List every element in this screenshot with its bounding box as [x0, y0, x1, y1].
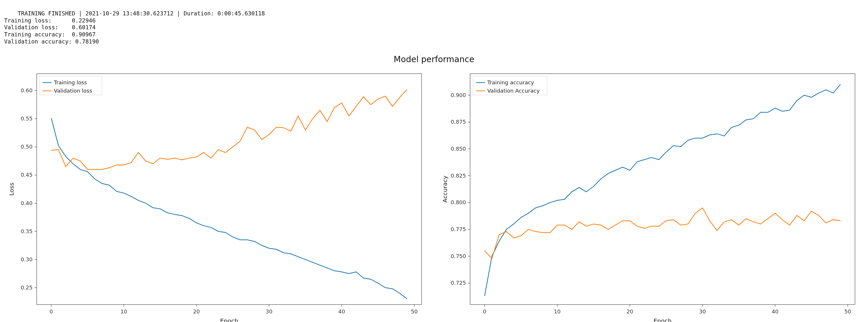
legend-label-1: Validation Accuracy [487, 88, 540, 94]
series-line-0 [51, 118, 407, 299]
svg-text:0.825: 0.825 [451, 172, 466, 179]
log-row-3-label: Validation accuracy: [4, 38, 72, 45]
training-log: TRAINING FINISHED | 2021-10-29 13:48:30.… [4, 3, 864, 52]
log-row-2-value: 0.90967 [72, 31, 96, 38]
series-line-1 [51, 90, 407, 169]
svg-text:0.25: 0.25 [21, 284, 33, 291]
svg-text:10: 10 [554, 309, 561, 315]
svg-text:0.850: 0.850 [451, 146, 466, 152]
svg-text:30: 30 [266, 309, 272, 315]
svg-text:0.725: 0.725 [451, 280, 466, 286]
svg-text:0: 0 [50, 309, 53, 315]
svg-text:20: 20 [193, 309, 200, 315]
svg-rect-31 [470, 74, 855, 304]
log-row-0-value: 0.22946 [72, 17, 96, 24]
log-row-0-label: Training loss: [4, 17, 52, 24]
svg-text:0.30: 0.30 [21, 256, 33, 262]
svg-text:40: 40 [338, 309, 345, 315]
legend-label-0: Training loss [54, 79, 87, 86]
svg-text:30: 30 [699, 309, 706, 315]
svg-text:0.40: 0.40 [21, 200, 33, 206]
svg-text:40: 40 [772, 309, 779, 315]
svg-text:0.55: 0.55 [21, 116, 33, 122]
svg-text:0: 0 [483, 309, 486, 315]
series-line-0 [485, 85, 840, 296]
svg-text:0.875: 0.875 [451, 119, 466, 125]
svg-text:0.50: 0.50 [21, 144, 33, 150]
charts-row: 010203040500.250.300.350.400.450.500.550… [4, 65, 864, 322]
svg-text:Loss: Loss [8, 183, 15, 196]
svg-text:50: 50 [411, 309, 418, 315]
series-line-1 [485, 208, 840, 259]
svg-text:10: 10 [121, 309, 127, 315]
accuracy-chart: 010203040500.7250.7500.7750.8000.8250.85… [438, 65, 864, 322]
svg-text:0.750: 0.750 [451, 253, 466, 259]
svg-text:Epoch: Epoch [653, 317, 672, 322]
svg-text:0.35: 0.35 [21, 228, 33, 234]
log-header: TRAINING FINISHED | 2021-10-29 13:48:30.… [18, 10, 265, 17]
svg-text:0.900: 0.900 [451, 92, 466, 98]
log-row-1-value: 0.60174 [72, 24, 96, 31]
figure-suptitle: Model performance [4, 55, 864, 64]
svg-text:Epoch: Epoch [220, 317, 238, 322]
legend-label-0: Training accuracy [487, 79, 534, 86]
svg-text:0.60: 0.60 [21, 87, 33, 94]
svg-text:Accuracy: Accuracy [441, 175, 448, 202]
svg-text:0.775: 0.775 [451, 226, 466, 232]
log-row-1-label: Validation loss: [4, 24, 58, 31]
loss-chart: 010203040500.250.300.350.400.450.500.550… [4, 65, 430, 322]
log-row-3-value: 0.78190 [75, 38, 99, 45]
svg-rect-0 [37, 74, 422, 304]
svg-text:0.800: 0.800 [451, 199, 466, 206]
legend-label-1: Validation loss [54, 88, 92, 94]
log-row-2-label: Training accuracy: [4, 31, 65, 38]
svg-text:20: 20 [626, 309, 633, 315]
svg-text:0.45: 0.45 [21, 172, 33, 178]
svg-text:50: 50 [844, 309, 851, 315]
